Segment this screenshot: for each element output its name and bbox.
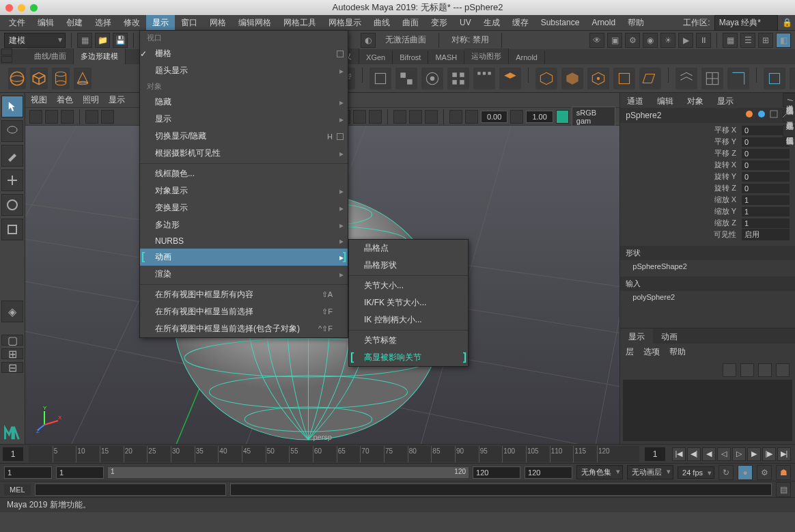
workspace-select[interactable]: Maya 经典* — [714, 15, 778, 31]
last-tool[interactable]: ◈ — [1, 300, 23, 322]
shelf-icon[interactable] — [395, 68, 417, 89]
bookmark-icon[interactable] — [45, 110, 58, 124]
script-editor-icon[interactable]: ▤ — [776, 482, 791, 497]
submenu-item[interactable]: IK 控制柄大小... — [349, 311, 468, 328]
close-icon[interactable] — [5, 4, 13, 12]
attr-value[interactable]: 1 — [742, 195, 790, 205]
layer-list[interactable] — [623, 380, 792, 441]
no-live-surface[interactable]: 无激活曲面 — [385, 34, 426, 46]
open-scene-icon[interactable]: 📁 — [95, 33, 110, 48]
shelf-tab-bifrost[interactable]: Bifrost — [393, 51, 428, 64]
animlayer-select[interactable]: 无动画层 — [627, 465, 673, 479]
playblast-icon[interactable]: ▶ — [678, 33, 693, 48]
tab-show[interactable]: 显示 — [710, 93, 740, 108]
save-scene-icon[interactable]: 💾 — [113, 33, 128, 48]
render-icon[interactable]: 👁 — [589, 33, 604, 48]
layer-new-selected-icon[interactable] — [776, 363, 790, 377]
command-input[interactable] — [35, 484, 226, 496]
menu-meshtools[interactable]: 网格工具 — [277, 15, 322, 31]
current-frame[interactable]: 1 — [3, 447, 23, 461]
ipr-icon[interactable]: ▣ — [607, 33, 622, 48]
submenu-item[interactable]: 关节标签 — [349, 332, 468, 349]
menu-substance[interactable]: Substance — [535, 16, 586, 29]
range-end-outer[interactable]: 120 — [525, 466, 572, 479]
menu-curves[interactable]: 曲线 — [367, 15, 396, 31]
shadows-icon[interactable] — [409, 110, 422, 124]
menu-create[interactable]: 创建 — [60, 15, 89, 31]
menu-generate[interactable]: 生成 — [477, 15, 506, 31]
outliner-icon[interactable]: ☰ — [740, 33, 755, 48]
character-icon[interactable]: ☗ — [776, 465, 791, 480]
layout-single-icon[interactable]: ▢ — [1, 335, 23, 346]
mode-selector[interactable]: 建模 — [4, 33, 66, 48]
charset-select[interactable]: 无角色集 — [576, 465, 623, 479]
shelf-icon[interactable] — [701, 68, 723, 89]
attr-value[interactable]: 启用 — [742, 229, 790, 240]
range-track[interactable]: 1 120 — [108, 467, 469, 478]
menu-select[interactable]: 选择 — [89, 15, 117, 31]
side-tab-channelbox[interactable]: 通道盒/层编辑器 — [783, 93, 795, 107]
menu-item[interactable]: 对象显示▸ — [140, 182, 348, 199]
menu-uv[interactable]: UV — [454, 16, 477, 29]
light-icon[interactable]: ☀ — [660, 33, 675, 48]
shape-name[interactable]: pSphereShape2 — [620, 260, 795, 272]
menu-item[interactable]: ✓栅格 — [140, 45, 348, 62]
minimize-icon[interactable] — [18, 4, 25, 12]
xray-icon[interactable] — [449, 110, 462, 124]
tab-object[interactable]: 对象 — [680, 93, 710, 108]
range-end-inner[interactable]: 120 — [473, 466, 520, 479]
layer-tab-anim[interactable]: 动画 — [653, 328, 686, 344]
menu-item[interactable]: 在所有视图中框显当前选择(包含子对象)^⇧F — [140, 320, 348, 337]
image-plane-icon[interactable] — [61, 110, 74, 124]
menu-display[interactable]: 显示 — [146, 15, 175, 31]
menu-item[interactable]: NURBS▸ — [140, 234, 348, 249]
tab-channels[interactable]: 通道 — [620, 93, 650, 108]
range-start-inner[interactable]: 1 — [56, 466, 104, 479]
menu-item[interactable]: 根据摄影机可见性▸ — [140, 145, 348, 162]
menu-meshdisplay[interactable]: 网格显示 — [322, 15, 367, 31]
colorspace-select[interactable]: sRGB gam — [572, 107, 616, 127]
manip-icon[interactable] — [769, 109, 779, 119]
menu-surfaces[interactable]: 曲面 — [396, 15, 425, 31]
layer-move-down-icon[interactable] — [740, 363, 754, 377]
shelf-tab-curves[interactable]: 曲线/曲面 — [27, 48, 74, 64]
render-settings-icon[interactable]: ⚙ — [625, 33, 640, 48]
menu-item[interactable]: 题头显示▸ — [140, 62, 348, 79]
paint-tool[interactable] — [1, 145, 23, 167]
layout-four-icon[interactable]: ⊞ — [1, 348, 23, 359]
menu-deform[interactable]: 变形 — [425, 15, 454, 31]
scale-tool[interactable] — [1, 219, 23, 240]
shelf-icon[interactable] — [587, 68, 609, 89]
loop-icon[interactable]: ↻ — [719, 465, 734, 480]
shelf-icon[interactable] — [613, 68, 635, 89]
symmetry-label[interactable]: 对称: 禁用 — [451, 34, 489, 46]
menu-item[interactable]: 显示▸ — [140, 111, 348, 128]
shelf-icon[interactable] — [639, 68, 661, 89]
layer-tab-display[interactable]: 显示 — [620, 328, 653, 344]
shelf-menu-icon[interactable] — [1, 48, 12, 55]
film-gate-icon[interactable] — [101, 110, 114, 124]
shelf-icon[interactable] — [727, 68, 749, 89]
grid-toggle-icon[interactable] — [85, 110, 98, 124]
isolate-icon[interactable] — [425, 110, 438, 124]
gamma-icon[interactable] — [465, 110, 478, 124]
panel-menu-lighting[interactable]: 照明 — [83, 94, 99, 106]
rotate-tool[interactable] — [1, 194, 23, 216]
shelf-icon[interactable] — [473, 68, 495, 89]
layout-custom-icon[interactable]: ⊟ — [1, 362, 23, 373]
menu-item[interactable]: 隐藏▸ — [140, 94, 348, 111]
attr-value[interactable]: 0 — [742, 160, 790, 170]
menu-item[interactable]: 切换显示/隐藏H — [140, 128, 348, 145]
layer-menu-help[interactable]: 帮助 — [669, 346, 686, 358]
step-back-icon[interactable]: ◀ — [702, 447, 716, 461]
submenu-item[interactable]: 晶格点 — [349, 240, 468, 257]
tab-edit[interactable]: 编辑 — [650, 93, 680, 108]
shelf-tab-xgen[interactable]: XGen — [359, 51, 393, 64]
attr-value[interactable]: 0 — [742, 172, 790, 182]
shelf-icon[interactable] — [790, 68, 795, 89]
menu-editmesh[interactable]: 编辑网格 — [232, 15, 277, 31]
layer-new-empty-icon[interactable] — [758, 363, 772, 377]
color-mgmt-icon[interactable] — [556, 110, 569, 124]
play-fwd-icon[interactable]: ▷ — [732, 447, 746, 461]
shelf-tab-polymodeling[interactable]: 多边形建模 — [74, 48, 126, 64]
